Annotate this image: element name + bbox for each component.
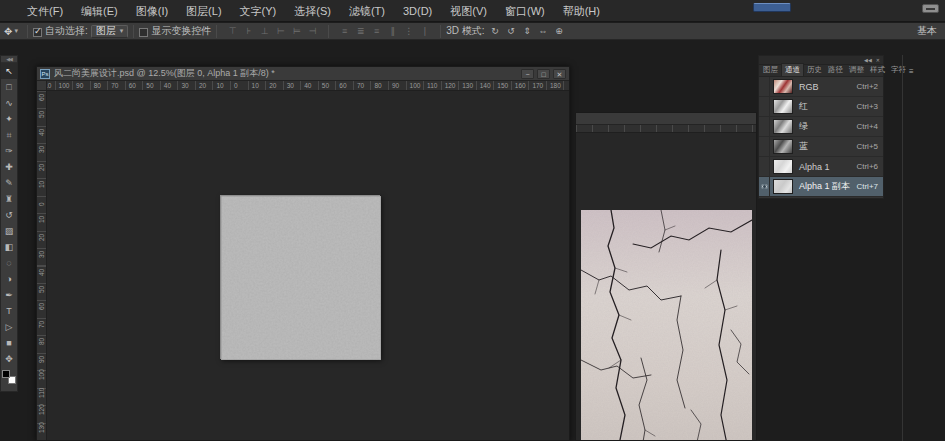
- horizontal-ruler[interactable]: 1101009080706050403020100102030405060708…: [37, 81, 569, 91]
- separator: [27, 25, 28, 38]
- shape-tool[interactable]: ■: [1, 335, 17, 351]
- channel-row[interactable]: 蓝Ctrl+5: [759, 137, 883, 157]
- app-minimize-button[interactable]: [922, 4, 939, 13]
- visibility-toggle[interactable]: [759, 177, 770, 196]
- menu-item-选择[interactable]: 选择(S): [285, 0, 340, 22]
- ruler-h-label: 160: [515, 82, 526, 89]
- menu-item-帮助[interactable]: 帮助(H): [554, 0, 609, 22]
- path-selection-tool[interactable]: ▷: [1, 319, 17, 335]
- channel-thumbnail: [773, 179, 793, 194]
- hand-tool[interactable]: ✥: [1, 351, 17, 367]
- secondary-document-window[interactable]: [575, 112, 757, 441]
- visibility-toggle[interactable]: [759, 117, 770, 136]
- window-minimize-button[interactable]: −: [521, 69, 534, 79]
- menu-item-编辑[interactable]: 编辑(E): [72, 0, 127, 22]
- eraser-tool[interactable]: ▨: [1, 223, 17, 239]
- menu-item-文件[interactable]: 文件(F): [18, 0, 72, 22]
- secondary-document-title-bar[interactable]: [576, 113, 756, 125]
- pen-tool[interactable]: ✒: [1, 287, 17, 303]
- channel-row[interactable]: RGBCtrl+2: [759, 77, 883, 97]
- channel-row[interactable]: Alpha 1 副本Ctrl+7: [759, 177, 883, 197]
- align-top-edges-icon[interactable]: ⊤: [226, 25, 239, 38]
- close-panel-icon[interactable]: ✕: [876, 56, 880, 64]
- brush-tool[interactable]: ✎: [1, 175, 17, 191]
- align-left-edges-icon[interactable]: ⊢: [274, 25, 287, 38]
- align-vertical-centers-icon[interactable]: ⊦: [242, 25, 255, 38]
- 3d-scale-icon[interactable]: ⊕: [553, 25, 566, 38]
- distribute-vertical-centers-icon[interactable]: ≣: [354, 25, 367, 38]
- align-right-edges-icon[interactable]: ⊣: [306, 25, 319, 38]
- auto-select-value: 图层: [96, 25, 116, 37]
- channel-name: Alpha 1 副本: [799, 180, 850, 193]
- history-brush-tool[interactable]: ↺: [1, 207, 17, 223]
- crop-tool[interactable]: ⌗: [1, 127, 17, 143]
- menu-item-3D[interactable]: 3D(D): [394, 0, 441, 22]
- channel-row[interactable]: 红Ctrl+3: [759, 97, 883, 117]
- panel-tab-调整[interactable]: 调整: [846, 64, 867, 76]
- visibility-toggle[interactable]: [759, 77, 770, 96]
- quick-selection-tool[interactable]: ✦: [1, 111, 17, 127]
- clone-stamp-tool[interactable]: ♜: [1, 191, 17, 207]
- align-horizontal-centers-icon[interactable]: ⊨: [290, 25, 303, 38]
- vertical-ruler[interactable]: 6050403020100102030405060708090100110120…: [37, 91, 47, 440]
- workspace-switcher[interactable]: 基本: [913, 24, 941, 38]
- menu-item-文字[interactable]: 文字(Y): [231, 0, 286, 22]
- channel-row[interactable]: 绿Ctrl+4: [759, 117, 883, 137]
- panel-tab-通道[interactable]: 通道: [781, 63, 804, 76]
- distribute-right-edges-icon[interactable]: ∣: [418, 25, 431, 38]
- visibility-toggle[interactable]: [759, 137, 770, 156]
- eyedropper-tool[interactable]: ✑: [1, 143, 17, 159]
- lasso-tool[interactable]: ∿: [1, 95, 17, 111]
- channel-row[interactable]: Alpha 1Ctrl+6: [759, 157, 883, 177]
- menu-item-滤镜[interactable]: 滤镜(T): [340, 0, 394, 22]
- canvas-area[interactable]: [47, 91, 569, 440]
- menu-item-图层[interactable]: 图层(L): [177, 0, 230, 22]
- dodge-tool[interactable]: ◑: [1, 271, 17, 287]
- secondary-canvas-area[interactable]: [576, 133, 756, 440]
- menu-item-窗口[interactable]: 窗口(W): [496, 0, 554, 22]
- panel-tab-路径[interactable]: 路径: [825, 64, 846, 76]
- visibility-toggle[interactable]: [759, 97, 770, 116]
- panel-tabs: 图层通道历史路径调整样式字符≡: [759, 65, 883, 77]
- document-title-bar[interactable]: Ps 风二尚美展设计.psd @ 12.5%(图层 0, Alpha 1 副本/…: [37, 67, 569, 81]
- move-tool[interactable]: ↖: [1, 63, 17, 79]
- ruler-v-label: 100: [38, 369, 45, 380]
- menu-item-视图[interactable]: 视图(V): [441, 0, 496, 22]
- align-bottom-edges-icon[interactable]: ⊥: [258, 25, 271, 38]
- collapse-panel-icon[interactable]: ◀◀: [864, 56, 872, 64]
- auto-select-checkbox[interactable]: [33, 28, 42, 37]
- ruler-origin-corner[interactable]: [37, 81, 47, 91]
- 3d-drag-icon[interactable]: ⇕: [521, 25, 534, 38]
- panel-tab-字符[interactable]: 字符: [888, 64, 909, 76]
- channel-name: 红: [799, 100, 808, 113]
- 3d-roll-icon[interactable]: ↺: [505, 25, 518, 38]
- ruler-v-label: 130: [38, 422, 45, 433]
- distribute-bottom-edges-icon[interactable]: ≡: [370, 25, 383, 38]
- visibility-toggle[interactable]: [759, 157, 770, 176]
- foreground-color-swatch[interactable]: [2, 370, 10, 378]
- tool-preset-picker[interactable]: ✥ ▾: [0, 26, 22, 37]
- distribute-left-edges-icon[interactable]: ∥: [386, 25, 399, 38]
- canvas-image[interactable]: [220, 195, 380, 359]
- panel-tab-历史[interactable]: 历史: [804, 64, 825, 76]
- window-close-button[interactable]: ✕: [553, 69, 566, 79]
- blur-tool[interactable]: ◌: [1, 255, 17, 271]
- gradient-tool[interactable]: ◧: [1, 239, 17, 255]
- panel-tab-样式[interactable]: 样式: [867, 64, 888, 76]
- collapse-tools-icon[interactable]: ◀◀: [1, 56, 17, 63]
- auto-select-dropdown[interactable]: 图层 ▾: [91, 25, 129, 38]
- distribute-top-edges-icon[interactable]: ≡: [338, 25, 351, 38]
- ruler-v-label: 60: [38, 303, 45, 310]
- 3d-slide-icon[interactable]: ⇔: [537, 25, 550, 38]
- type-tool[interactable]: T: [1, 303, 17, 319]
- menu-item-图像[interactable]: 图像(I): [127, 0, 177, 22]
- panel-tab-图层[interactable]: 图层: [760, 64, 781, 76]
- window-maximize-button[interactable]: □: [537, 69, 550, 79]
- notification-pill[interactable]: [753, 3, 791, 12]
- rectangular-marquee-tool[interactable]: □: [1, 79, 17, 95]
- distribute-horizontal-centers-icon[interactable]: ⋮: [402, 25, 415, 38]
- show-transform-checkbox[interactable]: [139, 28, 148, 37]
- spot-healing-brush-tool[interactable]: ✚: [1, 159, 17, 175]
- 3d-rotate-icon[interactable]: ↻: [489, 25, 502, 38]
- panel-menu-icon[interactable]: ≡: [909, 67, 917, 76]
